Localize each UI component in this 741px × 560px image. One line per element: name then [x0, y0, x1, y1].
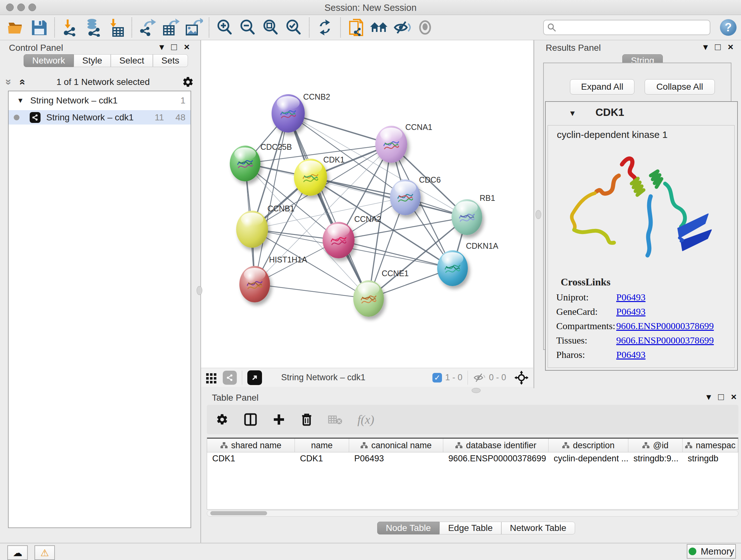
- gear-icon[interactable]: [182, 76, 194, 88]
- node-CDKN1A[interactable]: [437, 250, 468, 286]
- crosslinks-list: Uniprot:P06493GeneCard:P06493Compartment…: [548, 290, 734, 362]
- edge-CCNA2-CDKN1A[interactable]: [339, 240, 453, 268]
- refresh-view-button[interactable]: [315, 17, 335, 38]
- table-cell[interactable]: 9606.ENSP00000378699: [443, 454, 549, 463]
- node-CCNB1[interactable]: [236, 211, 268, 248]
- edge-CDC6-CCNB1[interactable]: [252, 197, 405, 229]
- tab-sets[interactable]: Sets: [153, 54, 188, 67]
- zoom-selected-button[interactable]: [284, 17, 304, 38]
- horizontal-splitter-handle[interactable]: [472, 388, 481, 393]
- node-CCNA1[interactable]: [375, 126, 407, 163]
- scrollbar-handle[interactable]: [210, 511, 267, 515]
- tab-network[interactable]: Network: [23, 54, 74, 67]
- column-header-name[interactable]: name: [295, 439, 349, 452]
- network-collection-row[interactable]: ▼ String Network – cdk1 1: [9, 91, 191, 108]
- show-eye-button[interactable]: [415, 17, 435, 38]
- table-cell[interactable]: stringdb:9...: [628, 454, 683, 463]
- panel-close-icon[interactable]: ×: [731, 392, 737, 401]
- export-network-button[interactable]: [138, 17, 157, 38]
- crosslink-link[interactable]: P06493: [616, 292, 646, 303]
- string-home-button[interactable]: [369, 17, 389, 38]
- table-cell[interactable]: CDK1: [295, 454, 349, 463]
- search-box[interactable]: [543, 20, 711, 35]
- left-splitter-handle[interactable]: [197, 286, 202, 295]
- node-CDC6[interactable]: [390, 179, 421, 215]
- panel-close-icon[interactable]: ×: [728, 42, 733, 52]
- column-header-database-identifier[interactable]: database identifier: [443, 439, 549, 452]
- column-header-canonical-name[interactable]: canonical name: [349, 439, 443, 452]
- delete-column-icon[interactable]: [300, 413, 313, 426]
- tab-edge-table[interactable]: Edge Table: [440, 522, 501, 535]
- tab-node-table[interactable]: Node Table: [377, 522, 440, 535]
- column-header-namespac[interactable]: namespac: [683, 439, 738, 452]
- panel-menu-caret-icon[interactable]: ▾: [159, 42, 164, 52]
- collapse-all-button[interactable]: Collapse All: [645, 79, 715, 95]
- column-header-description[interactable]: description: [549, 439, 628, 452]
- add-column-icon[interactable]: [273, 413, 285, 426]
- tree-expanded-icon[interactable]: ▼: [17, 97, 24, 105]
- zoom-fit-button[interactable]: [261, 17, 280, 38]
- expand-all-button[interactable]: Expand All: [570, 79, 634, 95]
- gear-icon[interactable]: [216, 413, 228, 426]
- grid-view-icon[interactable]: [205, 372, 217, 383]
- node-CCNB2[interactable]: [272, 94, 305, 132]
- zoom-out-button[interactable]: [238, 17, 258, 38]
- node-CDC25B[interactable]: [230, 145, 260, 181]
- open-in-window-icon[interactable]: [247, 370, 262, 385]
- crosslinks-heading: CrossLinks: [548, 273, 734, 290]
- table-horizontal-scrollbar[interactable]: [207, 510, 738, 516]
- column-header-@id[interactable]: @id: [628, 439, 683, 452]
- network-row-selected[interactable]: String Network – cdk1 11 48: [9, 110, 191, 125]
- right-splitter-handle[interactable]: [536, 210, 541, 219]
- crosslink-link[interactable]: 9606.ENSP00000378699: [616, 335, 714, 346]
- crosslink-link[interactable]: 9606.ENSP00000378699: [616, 320, 714, 331]
- panel-close-icon[interactable]: ×: [184, 42, 190, 52]
- section-expanded-icon[interactable]: ▼: [569, 109, 576, 118]
- tab-style[interactable]: Style: [74, 54, 111, 67]
- expand-all-icon[interactable]: »: [17, 79, 25, 85]
- node-CCNA2[interactable]: [323, 222, 354, 258]
- table-cell[interactable]: CDK1: [207, 454, 295, 463]
- open-session-button[interactable]: [6, 17, 26, 38]
- table-cell[interactable]: P06493: [349, 454, 443, 463]
- warnings-button[interactable]: ⚠: [35, 545, 55, 560]
- edge-CDK1-RB1[interactable]: [311, 177, 467, 217]
- copy-network-button[interactable]: [346, 17, 366, 38]
- crosslink-link[interactable]: P06493: [616, 306, 646, 317]
- import-network-file-button[interactable]: [60, 17, 80, 38]
- table-row[interactable]: CDK1CDK1P064939606.ENSP00000378699cyclin…: [207, 452, 738, 464]
- search-input[interactable]: [556, 22, 695, 33]
- crosslink-link[interactable]: P06493: [616, 349, 646, 360]
- table-cell[interactable]: stringdb: [683, 454, 738, 463]
- import-table-file-button[interactable]: [106, 17, 126, 38]
- table-cell[interactable]: cyclin-dependent ...: [549, 454, 628, 463]
- export-table-button[interactable]: [160, 17, 180, 38]
- node-RB1[interactable]: [452, 199, 482, 235]
- import-network-database-button[interactable]: [83, 17, 103, 38]
- node-HIST1H1A[interactable]: [239, 266, 270, 302]
- node-CDK1[interactable]: [294, 159, 327, 196]
- memory-button[interactable]: Memory: [687, 544, 736, 559]
- network-canvas[interactable]: CCNB2CCNA1CDC25BCDK1CDC6RB1CCNB1CCNA2CDK…: [201, 40, 533, 368]
- panel-float-icon[interactable]: □: [715, 42, 721, 52]
- zoom-in-button[interactable]: [215, 17, 234, 38]
- selected-checkbox-icon[interactable]: ✓: [432, 373, 442, 382]
- panel-menu-caret-icon[interactable]: ▾: [706, 392, 711, 401]
- show-columns-icon[interactable]: [244, 413, 257, 426]
- tab-network-table[interactable]: Network Table: [501, 522, 575, 535]
- cloud-status-button[interactable]: ☁: [7, 545, 28, 560]
- panel-float-icon[interactable]: □: [171, 42, 177, 52]
- network-badge-icon[interactable]: [223, 371, 237, 385]
- panel-menu-caret-icon[interactable]: ▾: [703, 42, 708, 52]
- column-header-shared-name[interactable]: shared name: [207, 439, 295, 452]
- tab-select[interactable]: Select: [111, 54, 153, 67]
- hide-glasses-button[interactable]: [392, 17, 412, 38]
- birdseye-crosshair-icon[interactable]: [515, 371, 529, 385]
- collapse-all-icon[interactable]: »: [5, 79, 14, 85]
- export-image-button[interactable]: [184, 17, 203, 38]
- node-CCNE1[interactable]: [353, 280, 384, 317]
- help-button[interactable]: ?: [720, 19, 737, 36]
- panel-float-icon[interactable]: □: [718, 392, 724, 401]
- save-session-button[interactable]: [29, 17, 49, 38]
- edge-HIST1H1A-CCNE1[interactable]: [255, 284, 368, 299]
